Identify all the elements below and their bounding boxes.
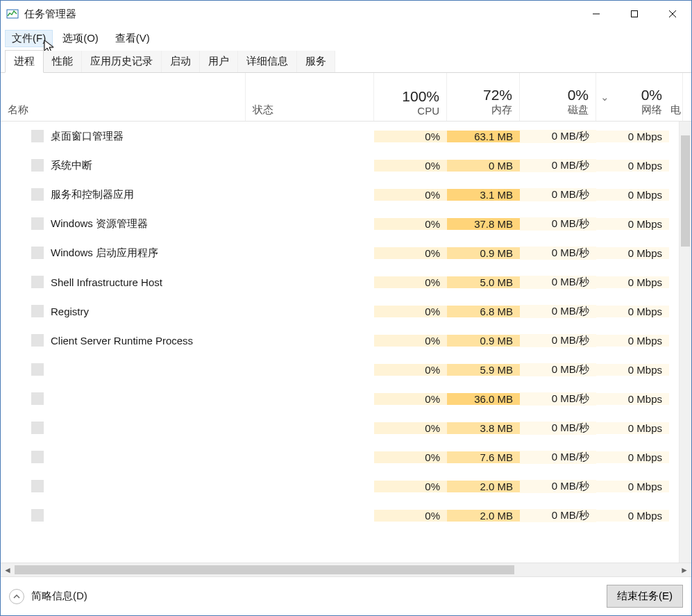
table-row[interactable]: Windows 启动应用程序0%0.9 MB0 MB/秒0 Mbps xyxy=(1,238,679,267)
table-row[interactable]: 系统中断0%0 MB0 MB/秒0 Mbps xyxy=(1,151,679,180)
cpu-cell: 0% xyxy=(374,510,447,522)
hscroll-thumb[interactable] xyxy=(15,565,514,574)
col-disk-label: 磁盘 xyxy=(568,103,589,117)
process-name: 服务和控制器应用 xyxy=(51,188,134,201)
tab-strip: 进程 性能 应用历史记录 启动 用户 详细信息 服务 xyxy=(1,49,691,73)
network-cell: 0 Mbps xyxy=(596,481,669,492)
network-cell: 0 Mbps xyxy=(596,131,669,142)
disk-cell: 0 MB/秒 xyxy=(520,509,596,522)
memory-cell: 0.9 MB xyxy=(447,335,520,347)
col-cpu[interactable]: 100% CPU xyxy=(374,73,447,121)
menu-view[interactable]: 查看(V) xyxy=(108,30,157,47)
horizontal-scrollbar[interactable]: ◄ ► xyxy=(1,563,691,576)
cpu-cell: 0% xyxy=(374,276,447,288)
process-rows: 桌面窗口管理器0%63.1 MB0 MB/秒0 Mbps系统中断0%0 MB0 … xyxy=(1,122,679,563)
mem-usage-pct: 72% xyxy=(483,87,512,103)
memory-cell: 0.9 MB xyxy=(447,247,520,259)
tab-details[interactable]: 详细信息 xyxy=(238,51,297,72)
process-grid: 名称 状态 100% CPU 72% 内存 0% 磁盘 ⌄ 0% 网络 电 xyxy=(1,73,691,576)
table-row[interactable]: Windows 资源管理器0%37.8 MB0 MB/秒0 Mbps xyxy=(1,209,679,238)
col-status[interactable]: 状态 xyxy=(246,73,374,121)
disk-cell: 0 MB/秒 xyxy=(520,334,596,347)
tab-app-history[interactable]: 应用历史记录 xyxy=(82,51,162,72)
memory-cell: 0 MB xyxy=(447,160,520,172)
cpu-cell: 0% xyxy=(374,422,447,434)
table-row[interactable]: 桌面窗口管理器0%63.1 MB0 MB/秒0 Mbps xyxy=(1,122,679,151)
table-row[interactable]: Registry0%6.8 MB0 MB/秒0 Mbps xyxy=(1,297,679,326)
table-row[interactable]: 0%3.8 MB0 MB/秒0 Mbps xyxy=(1,413,679,442)
tab-services[interactable]: 服务 xyxy=(297,51,335,72)
scroll-thumb[interactable] xyxy=(681,135,690,247)
memory-cell: 36.0 MB xyxy=(447,393,520,405)
process-icon xyxy=(31,130,44,142)
col-mem-label: 内存 xyxy=(491,103,512,117)
disk-cell: 0 MB/秒 xyxy=(520,130,596,143)
close-button[interactable] xyxy=(653,1,691,27)
tab-startup[interactable]: 启动 xyxy=(162,51,200,72)
col-sort-indicator[interactable]: ⌄ xyxy=(596,73,613,121)
menu-bar: 文件(F) 选项(O) 查看(V) xyxy=(1,27,691,49)
process-icon xyxy=(31,334,44,347)
maximize-button[interactable] xyxy=(615,1,653,27)
col-extra-edge[interactable]: 电 xyxy=(669,73,683,121)
col-disk[interactable]: 0% 磁盘 xyxy=(520,73,596,121)
table-row[interactable]: 服务和控制器应用0%3.1 MB0 MB/秒0 Mbps xyxy=(1,180,679,209)
col-name[interactable]: 名称 xyxy=(1,73,246,121)
disk-cell: 0 MB/秒 xyxy=(520,159,596,172)
process-icon xyxy=(31,480,44,492)
memory-cell: 2.0 MB xyxy=(447,510,520,522)
cpu-cell: 0% xyxy=(374,451,447,463)
process-name: 系统中断 xyxy=(51,159,92,172)
process-name-cell xyxy=(1,509,246,522)
svg-rect-2 xyxy=(631,11,637,17)
menu-options[interactable]: 选项(O) xyxy=(56,30,106,47)
network-cell: 0 Mbps xyxy=(596,276,669,288)
col-network[interactable]: 0% 网络 xyxy=(613,73,669,121)
table-row[interactable]: 0%7.6 MB0 MB/秒0 Mbps xyxy=(1,442,679,472)
vertical-scrollbar[interactable] xyxy=(679,122,691,563)
process-name: 桌面窗口管理器 xyxy=(51,130,124,143)
title-bar[interactable]: 任务管理器 xyxy=(1,1,691,27)
menu-file[interactable]: 文件(F) xyxy=(5,30,53,47)
memory-cell: 7.6 MB xyxy=(447,451,520,463)
column-headers: 名称 状态 100% CPU 72% 内存 0% 磁盘 ⌄ 0% 网络 电 xyxy=(1,73,691,122)
process-name: Shell Infrastructure Host xyxy=(51,276,162,288)
end-task-button[interactable]: 结束任务(E) xyxy=(607,585,683,608)
table-row[interactable]: Shell Infrastructure Host0%5.0 MB0 MB/秒0… xyxy=(1,267,679,297)
process-name: Registry xyxy=(51,306,89,317)
tab-processes[interactable]: 进程 xyxy=(5,50,44,73)
cpu-cell: 0% xyxy=(374,306,447,317)
table-row[interactable]: 0%2.0 MB0 MB/秒0 Mbps xyxy=(1,501,679,530)
tab-users[interactable]: 用户 xyxy=(200,51,238,72)
scroll-right-arrow[interactable]: ► xyxy=(677,565,691,575)
table-row[interactable]: Client Server Runtime Process0%0.9 MB0 M… xyxy=(1,326,679,355)
fewer-details-link[interactable]: 简略信息(D) xyxy=(31,590,87,603)
cpu-usage-pct: 100% xyxy=(402,88,439,105)
col-memory[interactable]: 72% 内存 xyxy=(447,73,520,121)
table-row[interactable]: 0%36.0 MB0 MB/秒0 Mbps xyxy=(1,384,679,413)
cpu-cell: 0% xyxy=(374,247,447,259)
network-cell: 0 Mbps xyxy=(596,393,669,405)
process-name: Windows 启动应用程序 xyxy=(51,247,158,260)
tab-performance[interactable]: 性能 xyxy=(44,51,82,72)
disk-cell: 0 MB/秒 xyxy=(520,188,596,201)
disk-usage-pct: 0% xyxy=(568,87,589,103)
process-name: Windows 资源管理器 xyxy=(51,217,148,231)
task-manager-icon xyxy=(6,8,19,20)
network-cell: 0 Mbps xyxy=(596,364,669,376)
cpu-cell: 0% xyxy=(374,189,447,201)
net-usage-pct: 0% xyxy=(641,87,662,103)
chevron-down-icon: ⌄ xyxy=(600,91,609,103)
table-row[interactable]: 0%2.0 MB0 MB/秒0 Mbps xyxy=(1,472,679,501)
process-icon xyxy=(31,247,44,259)
scroll-left-arrow[interactable]: ◄ xyxy=(1,565,15,575)
minimize-button[interactable] xyxy=(577,1,615,27)
network-cell: 0 Mbps xyxy=(596,160,669,172)
memory-cell: 3.8 MB xyxy=(447,422,520,434)
memory-cell: 5.9 MB xyxy=(447,364,520,376)
col-extra-hint: 电 xyxy=(670,103,681,117)
process-name-cell xyxy=(1,451,246,463)
table-row[interactable]: 0%5.9 MB0 MB/秒0 Mbps xyxy=(1,355,679,384)
process-name-cell: Client Server Runtime Process xyxy=(1,334,246,347)
network-cell: 0 Mbps xyxy=(596,247,669,259)
